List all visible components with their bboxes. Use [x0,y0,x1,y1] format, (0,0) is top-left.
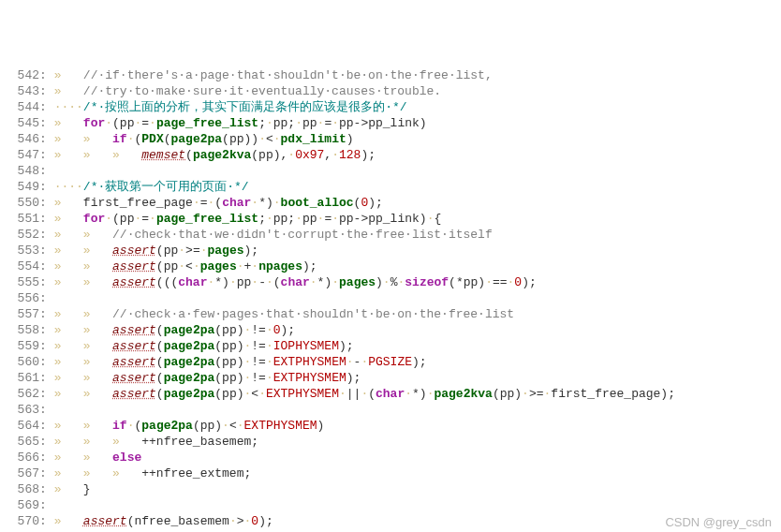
code-token: pp->pp_link) [339,212,427,226]
line-number: 546 [0,131,39,147]
code-token: · [266,212,273,226]
code-token: ( [156,339,164,353]
code-token: (pp) [214,339,243,353]
code-token: pp [302,212,317,226]
code-token: (pp) [214,387,243,401]
indentation: » » [54,451,112,465]
code-token: < [251,387,258,401]
code-token: assert [112,323,156,337]
code-token: page_free_list [156,212,258,226]
code-token: (pp [112,116,134,130]
line-number: 544 [0,99,39,115]
indentation: » » » [54,148,142,162]
code-token: · [229,275,237,289]
line-number: 560 [0,354,39,370]
code-token: ( [156,323,164,337]
code-token: · [332,116,339,130]
code-token: < [229,419,237,433]
code-token: boot_alloc [281,196,354,210]
code-token: ( [185,148,193,162]
code-token: char [281,275,310,289]
indentation: » [54,116,83,130]
indentation: » » [54,307,112,321]
indentation: » » [54,419,112,433]
line-number: 545 [0,115,39,131]
line-number: 557 [0,306,39,322]
code-token: //·if·there's·a·page·that·shouldn't·be·o… [83,68,493,82]
code-token: ( [368,387,376,401]
code-token: first_free_page [83,196,193,210]
code-token: ( [156,355,164,369]
line-number: 569 [0,497,39,513]
indentation: » » [54,132,112,146]
indentation: » [54,84,83,98]
indentation: » » [54,323,112,337]
code-token: · [258,387,266,401]
code-token: · [485,275,493,289]
code-token: (pp) [493,387,522,401]
code-token: } [83,482,91,496]
code-token: != [251,371,266,385]
indentation: » » [54,355,112,369]
code-token: < [266,132,273,146]
code-token: /*·按照上面的分析，其实下面满足条件的应该是很多的·*/ [83,100,407,114]
indentation: » » [54,228,112,242]
code-token: - [258,275,266,289]
code-token: · [105,116,112,130]
code-token: (pp [156,244,178,258]
code-token: first_free_page); [551,387,675,401]
code-token: ); [346,371,361,385]
code-token: ) [317,419,325,433]
code-token: assert [83,514,127,528]
code-token: · [332,148,339,162]
code-token: · [222,419,229,433]
code-token: assert [112,387,156,401]
code-token: IOPHYSMEM [273,339,339,353]
line-number: 552 [0,227,39,243]
indentation: » » [54,259,112,273]
code-token: PGSIZE [368,355,412,369]
code-token: pp [302,116,317,130]
code-token: ((( [156,275,178,289]
code-token: · [193,259,200,273]
code-token: · [287,148,295,162]
code-token: else [112,451,141,465]
code-token: = [141,116,149,130]
code-token: · [383,275,390,289]
code-token: npages [258,259,302,273]
code-token: ; [258,212,266,226]
code-token: /*·获取第一个可用的页面·*/ [83,180,249,194]
line-number: 547 [0,147,39,163]
code-token: · [178,244,185,258]
code-token: ); [258,514,273,528]
code-token: EXTPHYSMEM [266,387,339,401]
code-token: ); [244,244,259,258]
code-token: page2pa [171,132,223,146]
code-token: page2pa [141,419,193,433]
code-token: · [251,259,258,273]
code-token: = [141,212,149,226]
code-token: ; [258,116,266,130]
code-token: · [237,259,244,273]
code-token: · [266,355,273,369]
line-number: 566 [0,450,39,466]
code-token: 0 [273,323,281,337]
code-token: assert [112,339,156,353]
code-token: char [178,275,207,289]
watermark: CSDN @grey_csdn [665,514,772,530]
line-number: 543 [0,83,39,99]
indentation: » » [54,371,112,385]
code-token: · [266,116,273,130]
code-token: assert [112,371,156,385]
line-number: 562 [0,386,39,402]
code-token: for [83,116,105,130]
code-token: (pp) [214,323,243,337]
code-token: *) [412,387,427,401]
code-token: assert [112,244,156,258]
code-token: page2kva [434,387,492,401]
code-token: pages [200,259,237,273]
line-number: 555 [0,274,39,290]
code-editor[interactable]: 542: » //·if·there's·a·page·that·shouldn… [0,67,781,532]
line-number: 565 [0,434,39,450]
code-token: · [273,132,281,146]
